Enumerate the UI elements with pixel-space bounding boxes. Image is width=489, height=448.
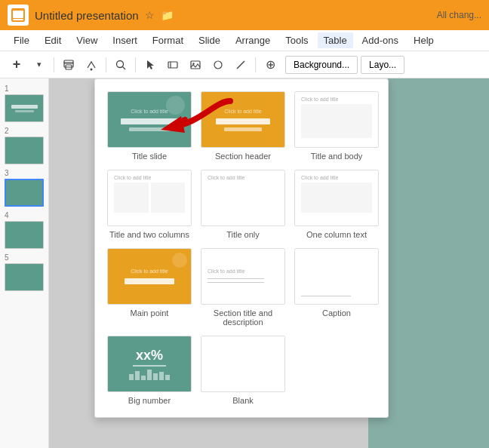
slide-num-4: 4	[5, 211, 44, 219]
slide-thumb-3[interactable]: 3	[5, 169, 44, 207]
prev-blank	[201, 336, 284, 391]
prev-mp-label: Click to add title	[131, 268, 168, 274]
prev-bn-num: xx%	[136, 348, 163, 362]
layout-label-title-only: Title only	[226, 230, 260, 239]
preview-sh-title	[216, 118, 270, 124]
slide-num-1: 1	[5, 84, 44, 93]
layout-label-two-columns: Title and two columns	[109, 230, 189, 239]
prev-oc-body	[301, 183, 372, 213]
slide-img-5[interactable]	[5, 263, 44, 291]
shapes-button[interactable]	[208, 54, 229, 75]
menu-slide[interactable]: Slide	[192, 32, 226, 48]
prev-2c-title: Click to add title	[114, 175, 185, 180]
folder-icon[interactable]: 📁	[161, 9, 174, 21]
bar-2	[135, 371, 140, 380]
prev-2c-cols	[114, 183, 185, 213]
layout-item-two-columns[interactable]: Click to add title Title and two columns	[107, 170, 192, 239]
svg-rect-9	[168, 62, 177, 68]
title-bar: Untitled presentation ☆ 📁 All chang...	[0, 0, 489, 30]
add-special-button[interactable]: ⊕	[260, 54, 281, 75]
menu-table[interactable]: Table	[318, 32, 353, 48]
layout-preview-title-only: Click to add title	[201, 170, 285, 226]
layout-item-title-body[interactable]: Click to add title Title and body	[294, 91, 379, 161]
prev-bn-bars	[129, 370, 170, 380]
slide-thumb-5[interactable]: 5	[5, 253, 44, 291]
save-status: All chang...	[437, 10, 481, 20]
paint-button[interactable]	[81, 54, 102, 75]
prev-oc-title: Click to add title	[301, 175, 372, 180]
menu-view[interactable]: View	[70, 32, 103, 48]
preview-sh-sub	[224, 127, 262, 131]
layout-item-main-point[interactable]: Click to add title Main point	[107, 248, 192, 327]
layout-item-one-column[interactable]: Click to add title One column text	[294, 170, 379, 239]
app-logo	[8, 5, 29, 26]
layout-item-section-header[interactable]: Click to add title Section header	[201, 91, 285, 161]
toolbar: + ▾ ⊕ Background... Layo...	[0, 51, 489, 78]
prev-mp-line	[125, 278, 174, 284]
svg-line-8	[123, 66, 126, 69]
prev-section-header: Click to add title	[201, 92, 284, 147]
menu-arrange[interactable]: Arrange	[229, 32, 276, 48]
layout-item-title-slide[interactable]: Click to add title Title slide	[107, 91, 192, 161]
main-area: 1 2 3 4 5	[0, 78, 489, 448]
undo-button[interactable]: ▾	[29, 54, 50, 75]
layout-preview-two-columns: Click to add title	[107, 170, 192, 226]
bar-5	[153, 373, 158, 380]
slide-panel: 1 2 3 4 5	[0, 78, 49, 448]
menu-insert[interactable]: Insert	[106, 32, 143, 48]
menu-help[interactable]: Help	[408, 32, 440, 48]
toolbar-divider-2	[106, 57, 106, 72]
slide-img-3[interactable]	[5, 179, 44, 207]
layout-preview-main-point: Click to add title	[107, 248, 192, 305]
prev-cap-line	[301, 296, 351, 296]
layout-preview-one-column: Click to add title	[294, 170, 379, 226]
decorative-circle	[166, 96, 185, 115]
layout-item-big-number[interactable]: xx%	[107, 336, 192, 405]
bar-7	[165, 375, 170, 380]
layout-preview-blank	[201, 336, 285, 392]
prev-mp-circle	[172, 253, 187, 268]
slide-thumb-2[interactable]: 2	[5, 127, 44, 164]
slide-img-4[interactable]	[5, 221, 44, 249]
slide-img-1[interactable]	[5, 94, 44, 122]
textbox-button[interactable]	[162, 54, 183, 75]
layout-item-caption[interactable]: Caption	[294, 248, 379, 327]
layout-preview-big-number: xx%	[107, 336, 192, 392]
print-button[interactable]	[58, 54, 79, 75]
layout-preview-caption	[294, 248, 379, 305]
svg-point-7	[117, 60, 124, 67]
prev-title-body: Click to add title	[295, 92, 378, 147]
prev-bn-line	[133, 365, 166, 367]
preview-subtitle-line	[129, 127, 171, 131]
menu-edit[interactable]: Edit	[38, 32, 67, 48]
layout-label-one-column: One column text	[306, 230, 367, 239]
prev-two-col: Click to add title	[108, 170, 191, 226]
menu-file[interactable]: File	[8, 32, 35, 48]
layout-item-title-only[interactable]: Click to add title Title only	[201, 170, 285, 239]
bar-1	[129, 374, 134, 380]
zoom-button[interactable]	[110, 54, 131, 75]
layout-label-blank: Blank	[232, 396, 254, 405]
cursor-button[interactable]	[140, 54, 161, 75]
background-button[interactable]: Background...	[285, 56, 358, 74]
layout-item-blank[interactable]: Blank	[201, 336, 285, 405]
slide-img-2[interactable]	[5, 137, 44, 164]
add-button[interactable]: +	[6, 54, 27, 75]
slide-thumb-4[interactable]: 4	[5, 211, 44, 249]
bar-4	[147, 370, 152, 380]
line-button[interactable]	[230, 54, 251, 75]
svg-rect-1	[13, 11, 23, 18]
menu-tools[interactable]: Tools	[279, 32, 314, 48]
menu-addons[interactable]: Add-ons	[356, 32, 404, 48]
layout-label-section-header: Section header	[215, 152, 271, 161]
document-title[interactable]: Untitled presentation	[35, 9, 139, 22]
image-button[interactable]	[185, 54, 206, 75]
bar-3	[141, 376, 146, 380]
layout-button[interactable]: Layo...	[361, 56, 404, 74]
slide-thumb-1[interactable]: 1	[5, 84, 44, 122]
layout-label-big-number: Big number	[128, 396, 171, 405]
layout-item-section-title[interactable]: Click to add title Section title and des…	[201, 248, 285, 327]
star-icon[interactable]: ☆	[145, 9, 155, 21]
svg-point-13	[214, 61, 222, 69]
menu-format[interactable]: Format	[146, 32, 189, 48]
